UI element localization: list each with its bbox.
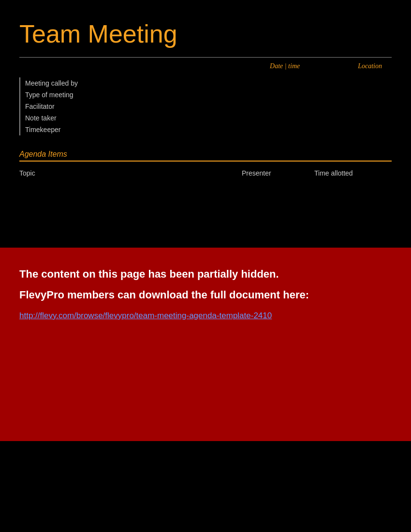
- info-section: Meeting called by Type of meeting Facili…: [19, 75, 392, 135]
- info-row-timekeeper: Timekeeper: [25, 124, 203, 135]
- date-location-row: Date | time Location: [19, 62, 392, 70]
- agenda-columns: Topic Presenter Time allotted: [19, 169, 392, 180]
- page-title: Team Meeting: [19, 19, 392, 48]
- column-presenter: Presenter: [242, 169, 314, 177]
- info-row-type-of-meeting: Type of meeting: [25, 89, 203, 101]
- page-top: Team Meeting Date | time Location Meetin…: [0, 0, 411, 238]
- column-topic: Topic: [19, 169, 242, 177]
- agenda-header: Agenda Items: [19, 150, 392, 162]
- info-row-note-taker: Note taker: [25, 112, 203, 124]
- info-row-meeting-called-by: Meeting called by: [25, 77, 203, 89]
- partial-overlay: The content on this page has been partia…: [0, 248, 411, 441]
- location-label: Location: [358, 62, 382, 70]
- partial-text-main: The content on this page has been partia…: [19, 267, 392, 282]
- partial-text-sub: FlevyPro members can download the full d…: [19, 289, 392, 301]
- column-time-allotted: Time allotted: [314, 169, 392, 177]
- partial-link[interactable]: http://flevy.com/browse/flevypro/team-me…: [19, 311, 272, 320]
- date-label: Date | time: [270, 62, 300, 70]
- info-row-facilitator: Facilitator: [25, 101, 203, 112]
- agenda-rows: [19, 180, 392, 238]
- top-divider: [19, 57, 392, 58]
- bottom-black: [0, 441, 411, 504]
- agenda-title: Agenda Items: [19, 150, 67, 159]
- agenda-section: Agenda Items Topic Presenter Time allott…: [19, 150, 392, 238]
- info-right: [203, 77, 392, 135]
- info-left: Meeting called by Type of meeting Facili…: [19, 77, 203, 135]
